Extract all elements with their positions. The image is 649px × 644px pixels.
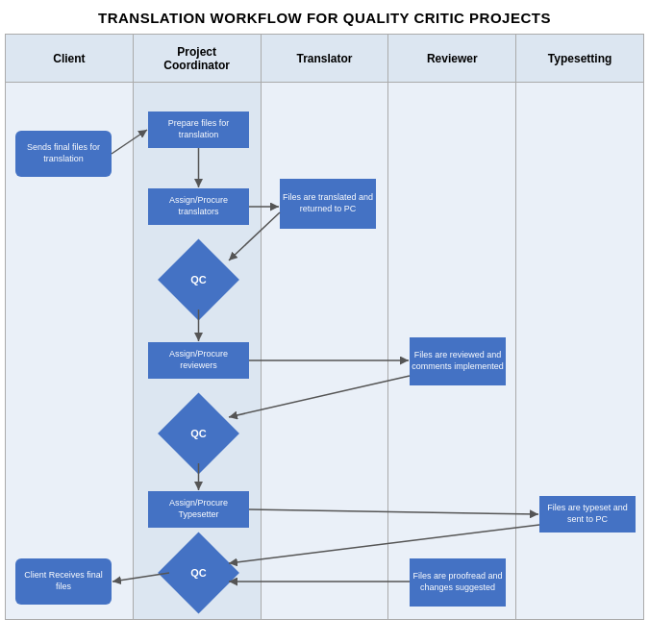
- swim-lane-container: Client Project Coordinator Translator Re…: [5, 34, 644, 620]
- lane-header-translator: Translator: [262, 35, 389, 83]
- page: TRANSLATION WORKFLOW FOR QUALITY CRITIC …: [0, 0, 649, 644]
- lane-body-typesetting: [516, 83, 643, 619]
- lane-body-coordinator: [134, 83, 262, 619]
- lane-header-client: Client: [6, 35, 134, 83]
- lane-body-reviewer: [388, 83, 516, 619]
- lane-body-translator: [262, 83, 389, 619]
- main-title: TRANSLATION WORKFLOW FOR QUALITY CRITIC …: [5, 10, 644, 26]
- lane-header-coordinator: Project Coordinator: [134, 35, 262, 83]
- lane-body-client: [6, 83, 134, 619]
- lane-header-reviewer: Reviewer: [388, 35, 516, 83]
- lane-header-typesetting: Typesetting: [516, 35, 643, 83]
